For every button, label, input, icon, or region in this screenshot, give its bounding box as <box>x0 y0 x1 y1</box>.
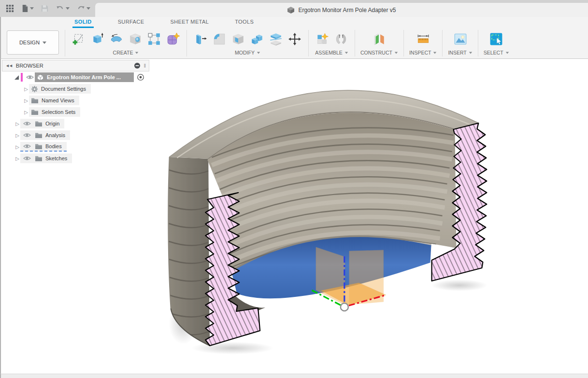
create-sketch-button[interactable] <box>71 29 87 49</box>
collapse-panel-icon[interactable]: ◄◄ <box>5 63 12 68</box>
tree-item-selection-sets[interactable]: ▷ Selection Sets <box>2 106 149 118</box>
group-divider <box>403 30 404 56</box>
tab-sheet-metal[interactable]: SHEET METAL <box>168 17 211 28</box>
tree-item-analysis[interactable]: ▷ Analysis <box>2 129 149 141</box>
gear-icon <box>31 85 38 93</box>
joint-button[interactable] <box>333 29 349 49</box>
folder-icon <box>35 143 43 150</box>
group-select: SELECT <box>479 28 514 58</box>
eye-icon[interactable] <box>23 155 31 161</box>
fillet-button[interactable] <box>211 29 228 49</box>
eye-icon[interactable] <box>23 143 31 149</box>
ribbon: SOLID SURFACE SHEET METAL TOOLS DESIGN <box>0 17 588 59</box>
group-label-assemble[interactable]: ASSEMBLE <box>315 50 348 56</box>
tree-item-named-views[interactable]: ▷ Named Views <box>2 95 149 106</box>
tree-item-sketches[interactable]: ▷ Sketches <box>2 153 149 164</box>
save-button[interactable] <box>41 4 49 13</box>
root-component-label: Ergotron Monitor Arm Pole ... <box>47 74 121 80</box>
group-insert: INSERT <box>444 28 476 58</box>
group-create: CREATE <box>66 28 186 58</box>
collapsed-arrow-icon[interactable]: ▷ <box>14 133 20 138</box>
folder-icon <box>35 121 43 127</box>
document-title: Ergotron Monitor Arm Pole Adapter v5 <box>298 7 396 14</box>
new-component-button[interactable] <box>314 29 330 49</box>
tree-item-origin[interactable]: ▷ Origin <box>2 118 149 129</box>
caret-down-icon <box>66 7 70 10</box>
eye-icon[interactable] <box>23 132 31 138</box>
revolve-button[interactable] <box>108 29 125 49</box>
group-label-construct[interactable]: CONSTRUCT <box>360 50 398 56</box>
collapsed-arrow-icon[interactable]: ▷ <box>23 98 29 103</box>
browser-panel: ◄◄ BROWSER ‖ Ergotron Monitor Arm Pole .… <box>2 60 149 164</box>
create-form-button[interactable] <box>165 29 181 49</box>
shell-button[interactable] <box>230 29 246 49</box>
group-label-create[interactable]: CREATE <box>113 50 139 56</box>
rectangular-pattern-button[interactable] <box>146 29 162 49</box>
tree-item-label: Document Settings <box>41 86 86 92</box>
collapsed-arrow-icon[interactable]: ▷ <box>14 121 20 126</box>
bottom-strip <box>0 374 588 378</box>
root-component[interactable]: Ergotron Monitor Arm Pole ... <box>35 72 134 82</box>
model-viewport[interactable]: ◄◄ BROWSER ‖ Ergotron Monitor Arm Pole .… <box>0 59 588 374</box>
undo-button[interactable] <box>56 4 70 13</box>
group-label-modify[interactable]: MODIFY <box>235 50 260 56</box>
press-pull-button[interactable] <box>192 29 209 49</box>
group-label-insert[interactable]: INSERT <box>448 50 472 56</box>
component-cube-icon <box>37 74 44 81</box>
selection-color-bar <box>21 73 23 82</box>
group-divider <box>308 30 309 56</box>
design-workspace-menu[interactable]: DESIGN <box>7 30 59 55</box>
group-label-inspect[interactable]: INSPECT <box>409 50 437 56</box>
tab-tools[interactable]: TOOLS <box>233 17 256 28</box>
tree-item-label: Analysis <box>45 132 65 138</box>
caret-down-icon <box>257 52 260 54</box>
origin-planes[interactable] <box>316 247 386 305</box>
measure-button[interactable] <box>415 29 431 49</box>
browser-root-row[interactable]: Ergotron Monitor Arm Pole ... <box>2 71 149 83</box>
body-outer-surface[interactable] <box>168 157 210 346</box>
tree-item-label: Bodies <box>45 143 62 149</box>
tree-item-label: Selection Sets <box>42 109 75 115</box>
tree-item-label: Origin <box>45 121 59 126</box>
caret-down-icon <box>395 52 398 54</box>
origin-point[interactable] <box>341 303 348 311</box>
activate-component-icon[interactable] <box>137 73 144 81</box>
app-grid-icon[interactable] <box>6 4 14 13</box>
group-divider <box>478 30 478 56</box>
collapsed-arrow-icon[interactable]: ▷ <box>14 144 20 150</box>
tree-item-label: Sketches <box>45 155 67 161</box>
document-tab[interactable]: Ergotron Monitor Arm Pole Adapter v5 <box>95 3 588 17</box>
ribbon-tab-row: SOLID SURFACE SHEET METAL TOOLS <box>1 17 588 28</box>
extrude-button[interactable] <box>89 29 106 49</box>
folder-icon <box>35 132 43 139</box>
caret-down-icon <box>86 7 90 10</box>
tree-item-label: Named Views <box>42 98 74 103</box>
construct-plane-button[interactable] <box>371 29 387 49</box>
collapsed-arrow-icon[interactable]: ▷ <box>23 110 29 115</box>
folder-icon <box>31 109 39 115</box>
expand-arrow-icon[interactable] <box>14 75 19 80</box>
tab-surface[interactable]: SURFACE <box>116 17 146 28</box>
collapsed-arrow-icon[interactable]: ▷ <box>14 156 20 161</box>
tree-item-bodies[interactable]: ▷ Bodies <box>2 141 149 153</box>
tree-item-document-settings[interactable]: ▷ Document Settings <box>2 83 149 95</box>
file-menu-button[interactable] <box>21 4 34 13</box>
hole-button[interactable] <box>127 29 143 49</box>
eye-icon[interactable] <box>26 74 34 80</box>
move-copy-button[interactable] <box>287 29 303 49</box>
resize-grip-icon[interactable]: ‖ <box>143 63 146 69</box>
insert-image-button[interactable] <box>452 29 469 49</box>
split-body-button[interactable] <box>268 29 284 49</box>
group-assemble: ASSEMBLE <box>310 28 354 58</box>
redo-button[interactable] <box>76 4 90 13</box>
combine-button[interactable] <box>249 29 265 49</box>
collapsed-arrow-icon[interactable]: ▷ <box>23 86 29 92</box>
group-divider <box>355 30 355 56</box>
top-app-bar: Ergotron Monitor Arm Pole Adapter v5 <box>0 0 588 17</box>
browser-header: ◄◄ BROWSER ‖ <box>2 60 149 71</box>
tab-solid[interactable]: SOLID <box>72 17 94 28</box>
group-label-select[interactable]: SELECT <box>484 50 509 56</box>
select-window-button[interactable] <box>488 29 504 49</box>
eye-icon[interactable] <box>23 121 31 126</box>
display-toggle-icon[interactable] <box>134 62 141 69</box>
